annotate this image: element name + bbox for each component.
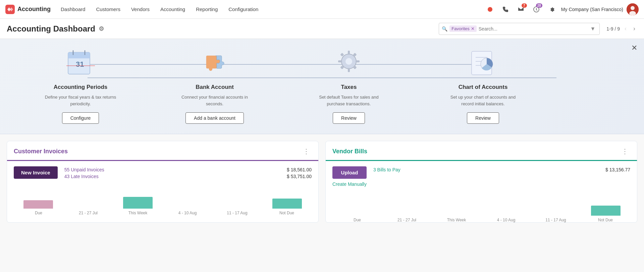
vendor-chart-label-this-week: This Week bbox=[432, 218, 481, 222]
next-page-button[interactable]: › bbox=[631, 24, 637, 33]
customer-invoices-header: Customer Invoices ⋮ bbox=[7, 141, 318, 161]
filter-label: Favorites bbox=[451, 26, 469, 31]
search-icon: 🔍 bbox=[442, 26, 447, 32]
search-input[interactable] bbox=[479, 26, 587, 32]
chart-of-accounts-icon bbox=[466, 46, 500, 79]
unpaid-invoices-value: $ 18,561.00 bbox=[287, 167, 312, 172]
bank-account-icon bbox=[198, 46, 231, 79]
chart-label-due: Due bbox=[14, 211, 63, 215]
vendor-bills-menu[interactable]: ⋮ bbox=[620, 147, 630, 156]
vendor-chart-label-aug1: 4 - 10 Aug bbox=[481, 218, 531, 222]
chart-icon bbox=[469, 47, 497, 77]
vendor-chart-label-not-due: Not Due bbox=[581, 218, 630, 222]
activity-button[interactable]: 28 bbox=[530, 3, 542, 15]
nav-accounting[interactable]: Accounting bbox=[156, 4, 190, 15]
settings-button[interactable] bbox=[546, 3, 558, 15]
chart-label-this-week: This Week bbox=[113, 211, 163, 215]
phone-icon bbox=[502, 6, 509, 13]
nav-vendors[interactable]: Vendors bbox=[126, 4, 154, 15]
customer-invoices-body: New Invoice 55 Unpaid Invoices $ 18,561.… bbox=[7, 161, 318, 185]
chart-label-jul: 21 - 27 Jul bbox=[63, 211, 113, 215]
vendor-actions: Upload Create Manually bbox=[332, 166, 367, 187]
svg-rect-14 bbox=[348, 51, 350, 55]
unpaid-invoices-label[interactable]: 55 Unpaid Invoices bbox=[64, 167, 104, 172]
taxes-review-button[interactable]: Review bbox=[333, 112, 365, 124]
search-bar: 🔍 Favorites ✕ ▼ bbox=[439, 23, 600, 35]
bills-to-pay-row: 3 Bills to Pay $ 13,156.77 bbox=[373, 166, 630, 173]
configure-button[interactable]: Configure bbox=[62, 112, 99, 124]
accounting-periods-icon: 31 bbox=[64, 46, 97, 79]
customer-invoices-stats: 55 Unpaid Invoices $ 18,561.00 43 Late I… bbox=[64, 166, 312, 180]
vendor-bills-chart: Due 21 - 27 Jul This Week 4 - 10 Aug 11 … bbox=[326, 192, 637, 222]
setup-banner: ✕ 31 Accounting Periods bbox=[0, 39, 644, 134]
page-title-text: Accounting Dashboard bbox=[7, 24, 95, 34]
step-desc-1: Connect your financial accounts in secon… bbox=[178, 94, 252, 107]
late-invoices-value: $ 53,751.00 bbox=[287, 174, 312, 179]
nav-customers[interactable]: Customers bbox=[91, 4, 125, 15]
svg-point-13 bbox=[345, 58, 352, 65]
avatar-image bbox=[627, 3, 639, 15]
customer-invoices-card: Customer Invoices ⋮ New Invoice 55 Unpai… bbox=[7, 141, 319, 223]
setup-step-accounting-periods: 31 Accounting Periods Define your fiscal… bbox=[13, 46, 148, 124]
vendor-bills-body: Upload Create Manually 3 Bills to Pay $ … bbox=[326, 161, 637, 192]
customer-invoices-menu[interactable]: ⋮ bbox=[301, 147, 312, 156]
vendor-bills-header: Vendor Bills ⋮ bbox=[326, 141, 637, 161]
logo-icon bbox=[5, 5, 15, 14]
svg-text:31: 31 bbox=[76, 60, 84, 68]
top-nav: Accounting Dashboard Customers Vendors A… bbox=[0, 0, 644, 19]
avatar[interactable] bbox=[627, 3, 639, 15]
filter-close-icon[interactable]: ✕ bbox=[471, 26, 475, 31]
pagination-text: 1-9 / 9 bbox=[606, 26, 620, 32]
sub-header: Accounting Dashboard ⚙ 🔍 Favorites ✕ ▼ 1… bbox=[0, 19, 644, 39]
search-dropdown-icon[interactable]: ▼ bbox=[589, 25, 597, 33]
prev-page-button[interactable]: ‹ bbox=[623, 24, 629, 33]
app-title: Accounting bbox=[17, 6, 51, 13]
setup-steps: 31 Accounting Periods Define your fiscal… bbox=[13, 46, 550, 124]
vendor-chart-label-aug2: 11 - 17 Aug bbox=[531, 218, 581, 222]
filter-chip[interactable]: Favorites ✕ bbox=[449, 25, 476, 32]
messages-button[interactable]: 7 bbox=[515, 3, 527, 15]
chart-review-button[interactable]: Review bbox=[467, 112, 499, 124]
upload-button[interactable]: Upload bbox=[332, 166, 367, 179]
setup-step-chart-of-accounts: Chart of Accounts Set up your chart of a… bbox=[416, 46, 550, 124]
phone-button[interactable] bbox=[499, 3, 512, 15]
record-button[interactable] bbox=[484, 3, 496, 15]
vendor-bills-stats: 3 Bills to Pay $ 13,156.77 bbox=[373, 166, 630, 173]
nav-dashboard[interactable]: Dashboard bbox=[56, 4, 90, 15]
new-invoice-button[interactable]: New Invoice bbox=[14, 166, 58, 179]
step-desc-2: Set default Taxes for sales and purchase… bbox=[312, 94, 386, 107]
svg-rect-15 bbox=[348, 68, 350, 72]
customer-invoices-chart: Due 21 - 27 Jul This Week 4 - 10 Aug 11 … bbox=[7, 185, 318, 215]
svg-rect-8 bbox=[68, 56, 90, 58]
vendor-bills-card: Vendor Bills ⋮ Upload Create Manually 3 … bbox=[325, 141, 637, 223]
step-title-1: Bank Account bbox=[196, 84, 234, 91]
taxes-icon bbox=[332, 46, 366, 79]
svg-rect-16 bbox=[338, 60, 342, 62]
add-bank-account-button[interactable]: Add a bank account bbox=[185, 112, 244, 124]
app-logo[interactable]: Accounting bbox=[5, 5, 51, 14]
chart-label-aug2: 11 - 17 Aug bbox=[212, 211, 262, 215]
late-invoices-row: 43 Late Invoices $ 53,751.00 bbox=[64, 173, 312, 180]
record-icon bbox=[487, 6, 493, 12]
nav-reporting[interactable]: Reporting bbox=[191, 4, 222, 15]
bills-to-pay-value: $ 13,156.77 bbox=[605, 167, 630, 172]
page-title: Accounting Dashboard ⚙ bbox=[7, 24, 104, 34]
create-manually-link[interactable]: Create Manually bbox=[332, 181, 367, 187]
nav-configuration[interactable]: Configuration bbox=[224, 4, 263, 15]
company-name[interactable]: My Company (San Francisco) bbox=[561, 7, 623, 12]
setup-step-taxes: Taxes Set default Taxes for sales and pu… bbox=[282, 46, 416, 124]
settings-icon bbox=[548, 6, 555, 13]
vendor-chart-label-jul: 21 - 27 Jul bbox=[382, 218, 432, 222]
late-invoices-label[interactable]: 43 Late Invoices bbox=[64, 174, 99, 179]
svg-rect-17 bbox=[356, 60, 360, 62]
svg-point-1 bbox=[488, 7, 492, 12]
page-settings-icon[interactable]: ⚙ bbox=[99, 25, 104, 33]
nav-right: 7 28 My Company (San Francisco) bbox=[484, 3, 639, 15]
pagination: 1-9 / 9 ‹ › bbox=[606, 24, 637, 33]
step-title-3: Chart of Accounts bbox=[459, 84, 508, 91]
close-banner-button[interactable]: ✕ bbox=[631, 44, 637, 52]
step-desc-3: Set up your chart of accounts and record… bbox=[446, 94, 520, 107]
bills-to-pay-label[interactable]: 3 Bills to Pay bbox=[373, 167, 400, 172]
svg-point-4 bbox=[631, 6, 635, 10]
setup-step-bank-account: Bank Account Connect your financial acco… bbox=[148, 46, 282, 124]
